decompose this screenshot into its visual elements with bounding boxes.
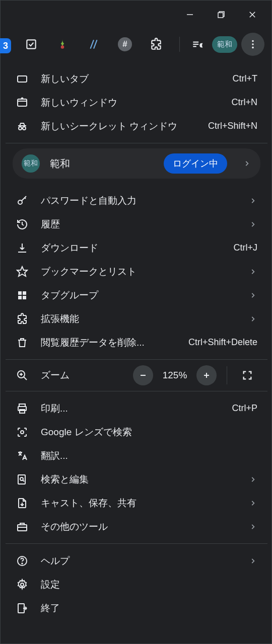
menu-shortcut: Ctrl+Shift+N: [208, 121, 257, 131]
svg-point-17: [23, 127, 26, 130]
menu-shortcut: Ctrl+Shift+Delete: [188, 337, 257, 348]
svg-line-38: [23, 480, 24, 481]
find-icon: [16, 473, 29, 486]
svg-rect-2: [218, 13, 223, 18]
main-menu: 新しいタブ Ctrl+T 新しいウィンドウ Ctrl+N 新しいシークレット ウ…: [6, 62, 267, 625]
extension-1-icon[interactable]: [21, 34, 42, 55]
file-icon: [16, 497, 29, 510]
menu-account-row[interactable]: 範和 範和 ログイン中: [13, 148, 260, 179]
menu-bookmarks[interactable]: ブックマークとリスト: [6, 260, 267, 283]
chevron-right-icon: [248, 315, 257, 323]
menu-shortcut: Ctrl+P: [232, 403, 257, 414]
zoom-in-button[interactable]: [196, 365, 217, 385]
puzzle-icon: [16, 312, 29, 326]
tab-icon: [16, 72, 29, 86]
menu-new-tab[interactable]: 新しいタブ Ctrl+T: [6, 67, 267, 91]
tab-count-badge[interactable]: 3: [0, 38, 11, 53]
svg-rect-13: [18, 76, 27, 82]
zoom-out-button[interactable]: [133, 365, 153, 385]
toolbox-icon: [16, 520, 29, 533]
extension-4-icon[interactable]: #: [114, 34, 135, 55]
menu-shortcut: Ctrl+N: [231, 97, 257, 108]
menu-exit[interactable]: 終了: [6, 596, 267, 620]
menu-label: タブグループ: [41, 289, 236, 302]
svg-line-26: [24, 377, 27, 380]
window-icon: [16, 96, 29, 109]
menu-find-edit[interactable]: 検索と編集: [6, 467, 267, 491]
extensions-puzzle-icon[interactable]: [146, 34, 167, 55]
menu-label: 新しいタブ: [41, 72, 221, 86]
svg-rect-22: [23, 291, 26, 295]
menu-label: 履歴: [41, 218, 236, 231]
incognito-icon: [16, 120, 29, 133]
close-button[interactable]: [247, 10, 257, 20]
media-control-icon[interactable]: [187, 34, 208, 55]
more-menu-button[interactable]: [241, 33, 264, 56]
chevron-right-icon: [248, 500, 257, 507]
menu-label: 翻訳...: [41, 449, 257, 462]
grid-icon: [16, 289, 29, 302]
svg-rect-24: [23, 296, 26, 299]
svg-rect-14: [18, 99, 27, 106]
menu-label: 設定: [41, 578, 257, 591]
menu-downloads[interactable]: ダウンロード Ctrl+J: [6, 236, 267, 260]
svg-rect-36: [18, 475, 25, 484]
menu-more-tools[interactable]: その他のツール: [6, 515, 267, 538]
svg-point-11: [252, 43, 254, 45]
menu-label: キャスト、保存、共有: [41, 497, 236, 510]
translate-icon: [16, 449, 29, 462]
fullscreen-button[interactable]: [237, 365, 257, 385]
chevron-right-icon: [248, 476, 257, 483]
key-icon: [16, 194, 29, 207]
svg-point-35: [21, 431, 24, 434]
maximize-button[interactable]: [216, 10, 226, 20]
menu-label: ダウンロード: [41, 242, 221, 255]
svg-rect-5: [27, 40, 35, 48]
menu-new-incognito[interactable]: 新しいシークレット ウィンドウ Ctrl+Shift+N: [6, 114, 267, 138]
chevron-right-icon: [248, 292, 257, 299]
menu-help[interactable]: ヘルプ: [6, 549, 267, 573]
profile-chip[interactable]: 範和: [212, 36, 237, 53]
avatar: 範和: [22, 154, 40, 173]
svg-marker-20: [17, 267, 27, 276]
menu-label: ヘルプ: [41, 554, 236, 568]
svg-rect-23: [18, 296, 22, 299]
menu-print[interactable]: 印刷... Ctrl+P: [6, 396, 267, 420]
extension-3-icon[interactable]: [83, 34, 104, 55]
minimize-button[interactable]: [185, 10, 195, 20]
menu-label: 新しいシークレット ウィンドウ: [41, 120, 196, 133]
chevron-right-icon: [248, 221, 257, 228]
menu-settings[interactable]: 設定: [6, 573, 267, 596]
menu-label: 拡張機能: [41, 312, 236, 326]
login-status-badge: ログイン中: [164, 153, 227, 174]
svg-point-16: [19, 127, 22, 130]
svg-point-10: [252, 40, 254, 42]
extension-2-icon[interactable]: [52, 34, 73, 55]
window-controls: [1, 1, 271, 29]
menu-clear-browsing-data[interactable]: 閲覧履歴データを削除... Ctrl+Shift+Delete: [6, 331, 267, 354]
menu-cast-save-share[interactable]: キャスト、保存、共有: [6, 491, 267, 515]
zoom-icon: [16, 369, 29, 382]
svg-point-6: [61, 45, 64, 49]
lens-icon: [16, 426, 29, 439]
menu-label: その他のツール: [41, 520, 236, 533]
menu-google-lens[interactable]: Google レンズで検索: [6, 420, 267, 444]
browser-toolbar: # 範和: [1, 29, 271, 60]
menu-shortcut: Ctrl+J: [233, 243, 257, 253]
menu-passwords[interactable]: パスワードと自動入力: [6, 189, 267, 212]
exit-icon: [16, 602, 29, 615]
menu-label: 印刷...: [41, 402, 220, 415]
menu-translate[interactable]: 翻訳...: [6, 444, 267, 467]
menu-history[interactable]: 履歴: [6, 212, 267, 236]
menu-extensions[interactable]: 拡張機能: [6, 307, 267, 331]
menu-tab-groups[interactable]: タブグループ: [6, 283, 267, 307]
separator: [227, 366, 227, 384]
menu-new-window[interactable]: 新しいウィンドウ Ctrl+N: [6, 91, 267, 114]
menu-label: 検索と編集: [41, 473, 236, 486]
gear-icon: [16, 578, 29, 591]
menu-zoom: ズーム 125%: [6, 360, 267, 391]
print-icon: [16, 402, 29, 415]
chevron-right-icon: [248, 197, 257, 204]
svg-point-42: [22, 563, 23, 564]
menu-shortcut: Ctrl+T: [233, 73, 258, 84]
